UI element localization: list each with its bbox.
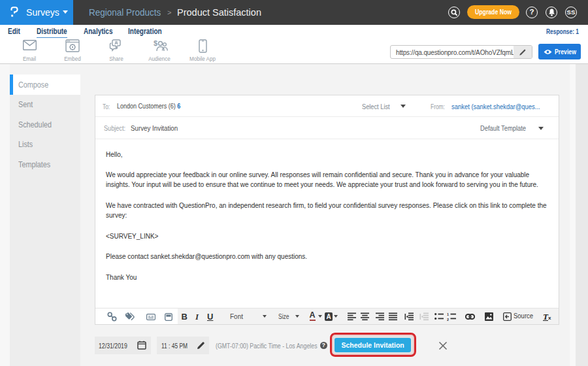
svg-text:1: 1 <box>447 312 449 316</box>
svg-text:2: 2 <box>447 318 449 321</box>
svg-text:$: $ <box>154 39 157 47</box>
